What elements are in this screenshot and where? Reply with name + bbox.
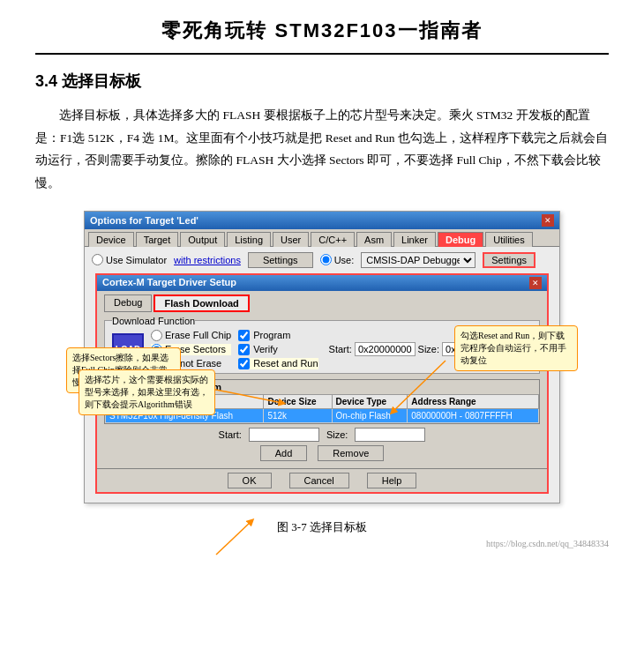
window-title: Options for Target 'Led': [90, 215, 198, 226]
debugger-select[interactable]: CMSIS-DAP Debugger: [361, 252, 476, 268]
help-button[interactable]: Help: [367, 473, 417, 488]
inner-tab-flash-download[interactable]: Flash Download: [154, 294, 249, 312]
cortex-m-titlebar: Cortex-M Target Driver Setup ✕: [97, 275, 547, 291]
tab-utilities[interactable]: Utilities: [485, 232, 532, 247]
window-close-button[interactable]: ✕: [542, 214, 554, 227]
ok-button[interactable]: OK: [228, 473, 272, 488]
settings-button-2[interactable]: Settings: [483, 252, 535, 268]
cell-device-size: 512k: [264, 408, 332, 422]
bottom-fields: Start: Size:: [104, 428, 540, 442]
tab-listing[interactable]: Listing: [227, 232, 271, 247]
page-title: 零死角玩转 STM32F103一指南者: [35, 18, 609, 55]
verify-checkbox[interactable]: [238, 344, 250, 355]
size-input[interactable]: [355, 428, 425, 442]
annotation-chip: 选择芯片，这个需要根据实际的型号来选择，如果这里没有选，则下载会提示Algori…: [79, 369, 215, 415]
screenshot-wrapper: Options for Target 'Led' ✕ Device Target…: [75, 211, 569, 503]
reset-and-run-checkbox-label[interactable]: Reset and Run: [238, 358, 318, 369]
download-function-legend: Download Function: [112, 316, 195, 326]
tab-linker[interactable]: Linker: [393, 232, 436, 247]
inner-tabs: Debug Flash Download: [104, 294, 540, 312]
remove-button[interactable]: Remove: [318, 445, 384, 461]
erase-full-chip-input[interactable]: [151, 330, 162, 341]
reset-and-run-checkbox[interactable]: [238, 358, 250, 369]
use-radio[interactable]: Use:: [320, 254, 355, 265]
add-button[interactable]: Add: [260, 445, 308, 461]
tab-debug[interactable]: Debug: [438, 232, 483, 247]
tab-asm[interactable]: Asm: [356, 232, 392, 247]
section-heading: 3.4 选择目标板: [35, 71, 609, 92]
cancel-button[interactable]: Cancel: [289, 473, 349, 488]
col-device-size: Device Size: [264, 394, 332, 408]
settings-button-1[interactable]: Settings: [248, 252, 313, 268]
col-address-range: Address Range: [408, 394, 539, 408]
figure-caption: 图 3-7 选择目标板: [35, 519, 609, 535]
program-checkbox[interactable]: [238, 330, 250, 341]
use-simulator-radio[interactable]: Use Simulator: [92, 254, 167, 265]
tab-user[interactable]: User: [273, 232, 309, 247]
inner-window-close[interactable]: ✕: [529, 277, 542, 289]
inner-tab-debug[interactable]: Debug: [104, 294, 152, 312]
cell-address-range: 08000000H - 0807FFFFH: [408, 408, 539, 422]
with-restrictions-link[interactable]: with restrictions: [174, 255, 241, 265]
tab-cpp[interactable]: C/C++: [311, 232, 355, 247]
start-input[interactable]: [249, 428, 319, 442]
tab-output[interactable]: Output: [180, 232, 225, 247]
annotation-reset-run: 勾选Reset and Run，则下载完程序会自动运行，不用手动复位: [454, 325, 578, 371]
program-checkbox-label[interactable]: Program: [238, 330, 318, 341]
window-tabs-bar: Device Target Output Listing User C/C++ …: [85, 229, 559, 247]
cell-device-type: On-chip Flash: [332, 408, 408, 422]
use-radio-input[interactable]: [320, 254, 332, 265]
watermark: https://blog.csdn.net/qq_34848334: [35, 539, 609, 548]
verify-checkbox-label[interactable]: Verify: [238, 344, 318, 355]
tab-target[interactable]: Target: [136, 232, 179, 247]
tab-device[interactable]: Device: [88, 232, 134, 247]
col-device-type: Device Type: [332, 394, 408, 408]
add-remove-row: Add Remove: [104, 445, 540, 461]
checkboxes-group: Program Verify Reset and Run: [238, 330, 318, 369]
body-paragraph: 选择目标板，具体选择多大的 FLASH 要根据板子上的芯片型号来决定。乘火 ST…: [35, 104, 609, 195]
simulator-row: Use Simulator with restrictions Settings…: [92, 252, 552, 268]
use-simulator-radio-input[interactable]: [92, 254, 103, 265]
window-titlebar: Options for Target 'Led' ✕: [85, 212, 559, 229]
erase-full-chip-radio[interactable]: Erase Full Chip: [151, 330, 231, 341]
ok-cancel-row: OK Cancel Help: [97, 468, 547, 492]
